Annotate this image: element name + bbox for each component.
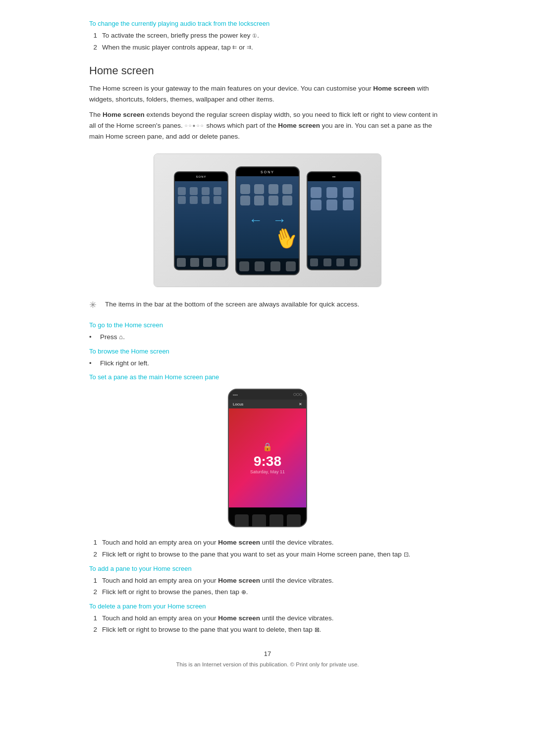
phones-scene: SONY xyxy=(154,154,381,287)
single-phone-status: ▪▪▪▪ ⬡⬡⬡ xyxy=(229,390,306,400)
single-phone: ▪▪▪▪ ⬡⬡⬡ Locus ✕ 🔒 9:38 Saturday, May 11 xyxy=(228,389,307,527)
power-icon: ① xyxy=(252,32,257,41)
phone-left: SONY xyxy=(174,171,228,270)
device-mockup: SONY xyxy=(154,153,381,287)
add-icon: ⊕ xyxy=(241,589,246,596)
single-phone-container: ▪▪▪▪ ⬡⬡⬡ Locus ✕ 🔒 9:38 Saturday, May 11 xyxy=(89,389,446,527)
lockscreen-step-1: 1 To activate the screen, briefly press … xyxy=(89,30,446,41)
phone-left-icons xyxy=(175,184,227,207)
set-pane-heading: To set a pane as the main Home screen pa… xyxy=(89,373,446,381)
homescreen-para1: The Home screen is your gateway to the m… xyxy=(89,83,446,104)
home-icon: ⌂ xyxy=(119,333,123,341)
phone-time: 9:38 xyxy=(254,454,281,469)
phone-right-topbar: ▪▪▪ xyxy=(308,172,360,181)
homescreen-section-heading: Home screen xyxy=(89,64,446,77)
dock-icon-1 xyxy=(235,514,249,527)
phone-center-icons xyxy=(236,180,299,209)
delete-pane-steps: 1 Touch and hold an empty area on your H… xyxy=(89,613,446,635)
lockscreen-step-2: 2 When the music player controls appear,… xyxy=(89,42,446,53)
browse-homescreen-steps: Flick right or left. xyxy=(89,358,446,369)
phone-left-dock xyxy=(175,255,227,269)
go-homescreen-heading: To go to the Home screen xyxy=(89,321,446,329)
prev-track-icon: ⇇ xyxy=(232,43,237,52)
phone-center-topbar: SONY xyxy=(236,167,299,176)
delete-pane-step-1: 1 Touch and hold an empty area on your H… xyxy=(89,613,446,624)
document-page: To change the currently playing audio tr… xyxy=(79,0,456,756)
add-pane-steps: 1 Touch and hold an empty area on your H… xyxy=(89,575,446,598)
page-number: 17 xyxy=(89,650,446,657)
browse-step-text: Flick right or left. xyxy=(100,358,149,369)
phone-right: ▪▪▪ xyxy=(307,171,361,270)
footer-text: This is an Internet version of this publ… xyxy=(89,661,446,667)
dock-icon-2 xyxy=(252,514,266,527)
go-homescreen-step: Press ⌂. xyxy=(89,332,446,343)
single-phone-main-screen: 🔒 9:38 Saturday, May 11 xyxy=(229,408,306,507)
set-pane-step-2: 2 Flick left or right to browse to the p… xyxy=(89,549,446,560)
phone-right-dock xyxy=(308,255,360,269)
lock-icon: 🔒 xyxy=(263,442,272,452)
add-pane-step-1: 1 Touch and hold an empty area on your H… xyxy=(89,575,446,586)
add-pane-heading: To add a pane to your Home screen xyxy=(89,565,446,572)
phone-left-topbar: SONY xyxy=(175,172,227,181)
delete-pane-heading: To delete a pane from your Home screen xyxy=(89,603,446,610)
browse-homescreen-heading: To browse the Home screen xyxy=(89,348,446,355)
phone-right-icons xyxy=(308,184,360,213)
phone-right-screen: ▪▪▪ xyxy=(308,172,360,269)
lockscreen-steps: 1 To activate the screen, briefly press … xyxy=(89,30,446,52)
device-mockup-container: SONY xyxy=(89,153,446,287)
phone-left-screen: SONY xyxy=(175,172,227,269)
go-homescreen-steps: Press ⌂. xyxy=(89,332,446,343)
homescreen-para2: The Home screen extends beyond the regul… xyxy=(89,109,446,142)
next-track-icon: ⇉ xyxy=(247,43,251,52)
phone-date: Saturday, May 11 xyxy=(250,469,285,474)
dot-indicator: ○○●○○ xyxy=(184,122,204,130)
tip-icon: ✳ xyxy=(89,298,100,312)
lockscreen-heading: To change the currently playing audio tr… xyxy=(89,20,446,27)
set-pane-icon: ⊡ xyxy=(404,551,409,558)
dock-icon-4 xyxy=(287,514,301,527)
add-pane-step-2: 2 Flick left or right to browse the pane… xyxy=(89,587,446,598)
set-pane-step-1: 1 Touch and hold an empty area on your H… xyxy=(89,537,446,548)
set-pane-steps: 1 Touch and hold an empty area on your H… xyxy=(89,537,446,559)
dock-icon-3 xyxy=(269,514,283,527)
lock-label-bar: Locus ✕ xyxy=(229,400,306,408)
swipe-left-arrow: ← xyxy=(249,212,263,228)
delete-pane-step-2: 2 Flick left or right to browse to the p… xyxy=(89,624,446,635)
browse-homescreen-step: Flick right or left. xyxy=(89,358,446,369)
tip-text: The items in the bar at the bottom of th… xyxy=(105,299,359,310)
phone-center-dock xyxy=(236,258,299,274)
swipe-right-arrow: → xyxy=(272,212,286,228)
swipe-arrows: ← → xyxy=(249,212,286,228)
tip-box: ✳ The items in the bar at the bottom of … xyxy=(89,299,446,312)
delete-icon: ⊠ xyxy=(315,626,320,633)
phone-bottom-dock xyxy=(229,507,306,527)
